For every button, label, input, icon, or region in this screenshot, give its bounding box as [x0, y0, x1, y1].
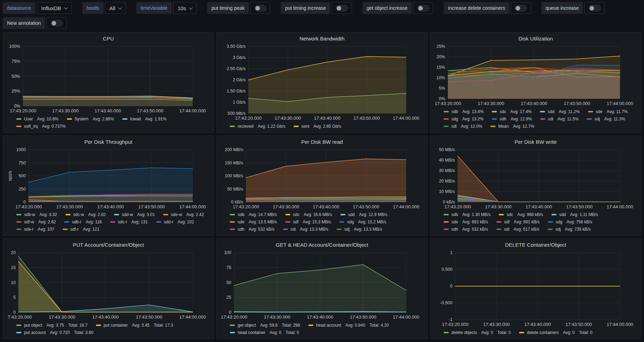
legend-series-name: sdh	[500, 116, 506, 122]
legend-color-marker	[230, 332, 235, 333]
legend-item[interactable]: sdc-wAvg: 2.82	[66, 211, 106, 218]
toggle-switch[interactable]	[413, 2, 433, 14]
legend-item[interactable]: sdgAvg: 15.2 MB/s	[339, 218, 387, 225]
legend-item[interactable]: sdjAvg: 11.3%	[587, 116, 625, 122]
legend-item[interactable]: delete containersAvg: 0Total: 0	[519, 329, 592, 336]
legend-item[interactable]: sdjAvg: 13.3 MB/s	[337, 226, 382, 233]
legend-item[interactable]: put objectAvg: 3.75Total: 18.7	[16, 322, 88, 329]
panel-title[interactable]: Per Disk Throughput	[7, 137, 209, 147]
panel-title[interactable]: PUT Account/Container/Object	[7, 240, 209, 250]
y-axis-tick-label: 0 kB/s	[231, 200, 244, 205]
toggle-switch[interactable]	[46, 17, 67, 29]
legend-item[interactable]: sdf-rAvg: 121	[63, 226, 99, 233]
legend-item[interactable]: sdb-rAvg: 116	[64, 218, 102, 225]
legend-item[interactable]: sddAvg: 1.11 MB/s	[552, 211, 598, 218]
x-axis-tick-label: 17:44:00.000	[179, 204, 206, 209]
legend-item[interactable]: head accountAvg: 0.840Total: 4.20	[308, 322, 389, 329]
toggle-switch[interactable]	[584, 2, 605, 14]
legend-item[interactable]: sddAvg: 12.9 MB/s	[340, 211, 388, 218]
toggle-put-timing-peak: put timing peak	[207, 2, 270, 14]
legend-series-name: sdc	[500, 108, 506, 115]
panel-title[interactable]: Per Disk BW read	[221, 137, 423, 147]
panel-title[interactable]: CPU	[7, 34, 209, 44]
legend-item[interactable]: sdbAvg: 13.4%	[444, 108, 484, 115]
chart-plot-area[interactable]: 17:43:20.00017:43:30.00017:43:40.00017:4…	[7, 250, 209, 321]
legend-item[interactable]: sde-rAvg: 107	[16, 226, 54, 233]
chart-plot-area[interactable]: 17:43:20.00017:43:30.00017:43:40.00017:4…	[221, 147, 423, 210]
legend-item[interactable]: MeanAvg: 12.7%	[491, 123, 534, 130]
chart-plot-area[interactable]: 17:43:20.00017:43:30.00017:43:40.00017:4…	[435, 147, 637, 210]
legend-item[interactable]: sdeAvg: 11.7%	[588, 108, 628, 115]
legend-item[interactable]: put accountAvg: 0.720Total: 3.60	[16, 329, 93, 336]
legend-item[interactable]: sdgAvg: 13.2%	[444, 116, 484, 122]
legend-item[interactable]: soft_irqAvg: 0.737%	[16, 123, 66, 130]
legend-item[interactable]: sdhAvg: 532 kB/s	[444, 226, 488, 233]
legend-item[interactable]: sdeAvg: 13.5 MB/s	[230, 218, 277, 225]
legend-item[interactable]: SystemAvg: 2.86%	[67, 116, 114, 122]
y-axis-tick-label: 25	[226, 295, 231, 300]
legend-item[interactable]: sdiAvg: 11.5%	[540, 116, 579, 122]
legend-item[interactable]: sddAvg: 11.2%	[540, 108, 580, 115]
legend-item[interactable]: sdc-rAvg: 131	[110, 218, 148, 225]
legend-series-stat: Avg: 10.6%	[37, 116, 58, 122]
chart-plot-area[interactable]: 17:43:20.00017:43:30.00017:43:40.00017:4…	[7, 147, 209, 210]
legend-item[interactable]: sentAvg: 2.65 Gb/s	[294, 123, 341, 130]
panel-title[interactable]: Disk Utilization	[435, 34, 637, 44]
legend-item[interactable]: sdd-rAvg: 102	[156, 218, 194, 225]
legend-series-name: sdj	[344, 226, 350, 233]
legend-item[interactable]: sdbAvg: 14.7 MB/s	[230, 211, 277, 218]
legend-item[interactable]: sdcAvg: 17.4%	[492, 108, 532, 115]
legend-series-name: Mean	[498, 123, 509, 130]
legend-color-marker	[285, 221, 290, 223]
legend-color-marker	[156, 221, 161, 223]
chart-plot-area[interactable]: 17:43:20.00017:43:30.00017:43:40.00017:4…	[221, 44, 423, 122]
legend-item[interactable]: head containerAvg: 0Total: 0	[230, 329, 299, 336]
panel-title[interactable]: GET & HEAD Account/Container/Object	[221, 240, 423, 250]
legend-item[interactable]: sdlAvg: 12.0%	[444, 123, 482, 130]
toggle-new-annotation: New annotation	[3, 17, 67, 29]
legend-series-name: sdj	[555, 226, 561, 233]
legend-item[interactable]: recievedAvg: 1.22 Gb/s	[230, 123, 285, 130]
chart-plot-area[interactable]: 17:43:20.00017:43:30.00017:43:40.00017:4…	[7, 44, 209, 114]
legend-item[interactable]: sdeAvg: 692 kB/s	[444, 218, 488, 225]
toggle-switch[interactable]	[250, 2, 270, 14]
legend-item[interactable]: sdb-wAvg: 3.32	[16, 211, 57, 218]
legend-item[interactable]: sdfAvg: 691 kB/s	[496, 218, 540, 225]
legend-item[interactable]: get objectAvg: 59.6Total: 298	[230, 322, 300, 329]
legend-item[interactable]: sdhAvg: 532 kB/s	[230, 226, 274, 233]
legend-item[interactable]: UserAvg: 10.6%	[16, 116, 59, 122]
x-axis-tick-label: 17:43:20.000	[442, 322, 469, 327]
variable-label: datasource	[3, 2, 35, 14]
variable-dropdown[interactable]: 10s	[173, 2, 197, 14]
legend-item[interactable]: sdf-wAvg: 2.62	[16, 218, 56, 225]
variable-dropdown[interactable]: InfluxDB	[37, 2, 72, 14]
legend-item[interactable]: sdcAvg: 968 kB/s	[499, 211, 543, 218]
legend-item[interactable]: sdgAvg: 758 kB/s	[548, 218, 592, 225]
panel-title[interactable]: Network Bandwidth	[221, 34, 423, 44]
legend-item[interactable]: sdiAvg: 13.3 MB/s	[283, 226, 329, 233]
chart-plot-area[interactable]: 17:43:20.00017:43:30.00017:43:40.00017:4…	[435, 250, 637, 328]
legend-item[interactable]: sdjAvg: 735 kB/s	[548, 226, 591, 233]
legend-item[interactable]: sdcAvg: 16.6 MB/s	[285, 211, 332, 218]
legend-item[interactable]: sdiAvg: 517 kB/s	[496, 226, 539, 233]
panel-title[interactable]: Per Disk BW write	[435, 137, 637, 147]
legend-item[interactable]: sdd-wAvg: 3.01	[114, 211, 155, 218]
legend-series-stat: Avg: 0	[481, 329, 493, 336]
variable-dropdown[interactable]: All	[105, 2, 126, 14]
chart-plot-area[interactable]: 17:43:20.00017:43:30.00017:43:40.00017:4…	[221, 250, 423, 321]
chart-plot-area[interactable]: 17:43:20.00017:43:30.00017:43:40.00017:4…	[435, 44, 637, 107]
legend-item[interactable]: sdbAvg: 1.30 MB/s	[444, 211, 491, 218]
legend-item[interactable]: delete objectsAvg: 0Total: 0	[444, 329, 511, 336]
legend-item[interactable]: sdhAvg: 12.9%	[492, 116, 532, 122]
variable-label: hostls	[82, 2, 104, 14]
toggle-switch[interactable]	[332, 2, 352, 14]
legend-item[interactable]: IowaitAvg: 1.91%	[122, 116, 167, 122]
chevron-down-icon	[189, 6, 193, 9]
toggle-switch[interactable]	[511, 2, 531, 14]
panel-title[interactable]: DELETE Container/Object	[435, 240, 637, 250]
legend-item[interactable]: sdfAvg: 15.3 MB/s	[285, 218, 331, 225]
legend-item[interactable]: sde-wAvg: 2.42	[163, 211, 204, 218]
legend-item[interactable]: put containerAvg: 3.45Total: 17.3	[96, 322, 173, 329]
legend-series-name: User	[24, 116, 33, 122]
y-axis-tick-label: 5%	[439, 86, 445, 91]
